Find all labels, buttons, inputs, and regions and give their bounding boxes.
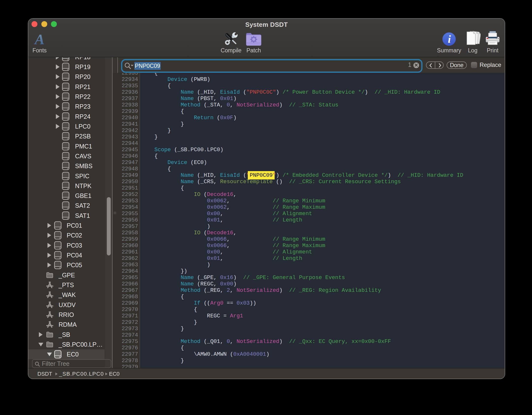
svg-text:i: i: [448, 33, 451, 45]
svg-text:A: A: [34, 32, 45, 46]
